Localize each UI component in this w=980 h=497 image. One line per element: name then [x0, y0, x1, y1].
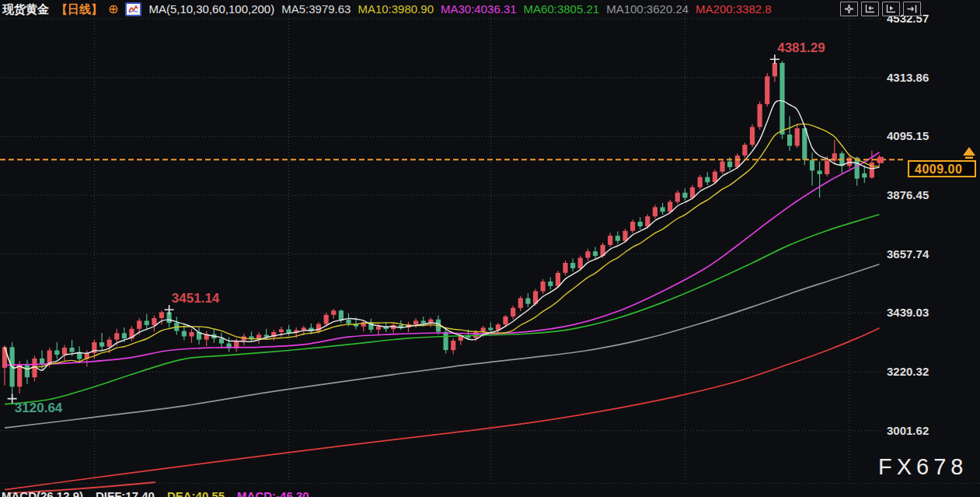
candle[interactable] [428, 317, 433, 327]
y-axis-label: 3657.74 [887, 247, 929, 261]
extreme-cross-icon [165, 305, 174, 314]
candle[interactable] [361, 320, 366, 332]
timeframe-selector[interactable]: 【日线】 [56, 2, 103, 17]
candle[interactable] [488, 323, 493, 334]
candle[interactable] [256, 332, 261, 344]
macd-diff-value: DIFF:17.40 [96, 489, 155, 497]
candle[interactable] [661, 203, 665, 215]
candle[interactable] [287, 325, 291, 336]
axis-play-icon[interactable] [882, 2, 900, 16]
ma-line-ma200 [5, 328, 880, 490]
candle[interactable] [152, 316, 156, 332]
y-axis-label: 3001.62 [887, 424, 929, 437]
candle[interactable] [720, 159, 724, 174]
candle[interactable] [444, 327, 448, 354]
price-chart[interactable]: 4381.293451.143120.644532.574313.864095.… [0, 0, 980, 497]
candle[interactable] [698, 175, 703, 190]
crosshair-icon[interactable] [840, 2, 858, 16]
candle[interactable] [368, 319, 373, 333]
candle[interactable] [62, 345, 67, 362]
extreme-price-label: 4381.29 [777, 40, 825, 55]
last-price-marker [877, 157, 884, 163]
candle[interactable] [765, 73, 769, 107]
candle[interactable] [399, 320, 403, 331]
candles-layer [2, 59, 882, 398]
candle[interactable] [32, 355, 37, 381]
ma-line-ma100 [5, 264, 880, 428]
candle[interactable] [810, 152, 814, 186]
candle[interactable] [653, 205, 657, 219]
candle[interactable] [391, 323, 396, 333]
candle[interactable] [518, 296, 523, 311]
candle[interactable] [227, 337, 232, 352]
candle[interactable] [608, 233, 612, 247]
watermark-logo: FX678 [878, 454, 968, 480]
candle[interactable] [249, 331, 253, 342]
candle[interactable] [204, 331, 209, 346]
candle[interactable] [197, 327, 201, 345]
candle[interactable] [675, 191, 680, 205]
extreme-price-label: 3451.14 [172, 291, 220, 306]
candle[interactable] [99, 333, 104, 351]
candle[interactable] [616, 232, 620, 244]
y-axis: 4532.574313.864095.153876.453657.743439.… [887, 12, 929, 437]
ma-line-ma30 [5, 152, 880, 366]
candle[interactable] [630, 219, 635, 233]
candle[interactable] [779, 61, 784, 139]
chart-header: 现货黄金 【日线】 ⊕ MA(5,10,30,60,100,200) MA5:3… [2, 2, 772, 17]
circle-plus-icon[interactable]: ⊕ [108, 2, 118, 17]
candle[interactable] [219, 333, 224, 348]
candle[interactable] [593, 247, 598, 260]
y-axis-label: 3876.45 [887, 188, 929, 201]
candle[interactable] [862, 165, 867, 183]
candle[interactable] [705, 172, 710, 185]
candle[interactable] [548, 277, 553, 289]
axis-compress-left-icon[interactable] [861, 2, 879, 16]
ma-line-ma60 [5, 215, 880, 404]
shift-right-icon[interactable] [903, 2, 921, 16]
candle[interactable] [839, 151, 844, 173]
candle[interactable] [10, 342, 15, 398]
candle[interactable] [525, 293, 530, 307]
line-chart-icon[interactable] [125, 2, 141, 16]
candle[interactable] [563, 261, 567, 275]
price-annotation: 3120.64 [8, 394, 63, 415]
extreme-price-label: 3120.64 [15, 401, 63, 415]
candle[interactable] [129, 326, 134, 341]
candle[interactable] [54, 342, 59, 359]
candle[interactable] [25, 360, 30, 384]
ma-item-1: MA10:3980.90 [357, 2, 434, 17]
candle[interactable] [818, 162, 822, 198]
ma-item-5: MA200:3382.8 [696, 2, 772, 17]
candle[interactable] [742, 142, 747, 157]
candle[interactable] [832, 140, 837, 164]
candle[interactable] [451, 338, 455, 354]
candle[interactable] [638, 217, 643, 229]
candle[interactable] [234, 338, 239, 352]
candle[interactable] [242, 334, 246, 345]
candle[interactable] [145, 314, 149, 330]
candle[interactable] [159, 310, 164, 324]
trading-chart-app: { "header": { "symbol": "现货黄金", "timefra… [0, 0, 980, 497]
candle[interactable] [541, 279, 546, 294]
candle[interactable] [585, 249, 590, 261]
grid-layer [0, 0, 883, 482]
candle[interactable] [758, 101, 762, 129]
price-annotation: 4381.29 [770, 40, 825, 64]
candle[interactable] [787, 117, 792, 151]
candle[interactable] [855, 156, 860, 185]
candle[interactable] [279, 327, 284, 337]
candle[interactable] [413, 318, 418, 327]
candle[interactable] [870, 151, 874, 179]
price-up-arrow[interactable] [963, 147, 975, 159]
candle[interactable] [189, 329, 194, 343]
candle[interactable] [174, 317, 179, 334]
candle[interactable] [795, 124, 800, 148]
candle[interactable] [331, 309, 336, 319]
candle[interactable] [750, 124, 755, 147]
candle[interactable] [682, 188, 687, 201]
candle[interactable] [570, 258, 575, 271]
current-price-tag[interactable]: 4009.00 [908, 160, 976, 177]
candle[interactable] [511, 306, 515, 319]
ma-item-2: MA30:4036.31 [441, 2, 517, 17]
